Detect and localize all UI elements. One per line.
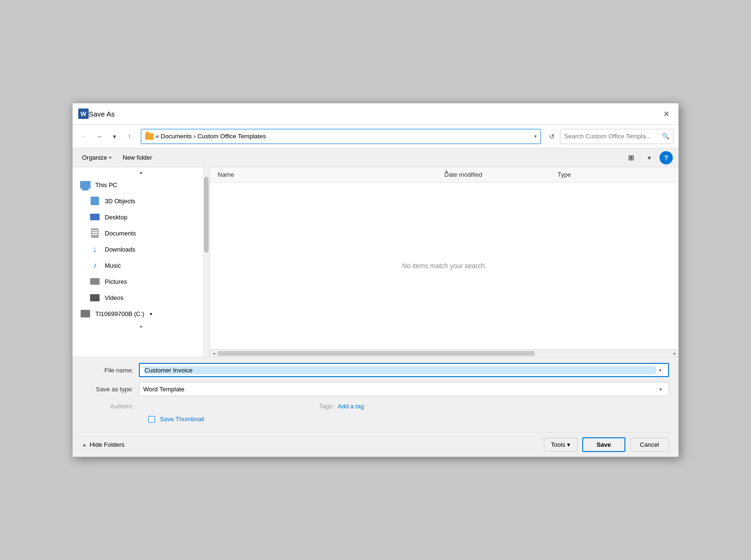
sidebar-item-videos[interactable]: Videos [73,289,210,306]
pc-icon [80,181,91,189]
sidebar-item-3d-objects[interactable]: 3D Objects [73,193,210,209]
sidebar-item-music[interactable]: ♪ Music [73,257,210,273]
new-folder-button[interactable]: New folder [119,152,156,163]
add-tag-link[interactable]: Add a tag [338,403,364,410]
scroll-down-button[interactable]: ▾ [73,322,210,331]
desktop-icon [90,213,100,221]
sidebar-item-documents[interactable]: Documents [73,225,210,241]
thumbnail-checkbox[interactable] [148,416,155,423]
h-scroll-thumb[interactable] [218,351,535,356]
documents-icon [90,229,100,237]
downloads-icon: ↓ [90,245,100,253]
sidebar-item-drive-c[interactable]: TI10699700B (C:) ▾ [73,306,210,322]
filetype-label: Save as type: [82,386,139,393]
h-scroll-track [218,350,671,357]
footer-right: Tools ▾ Save Cancel [544,437,669,452]
music-icon: ♪ [90,261,100,270]
tools-label: Tools [551,441,565,448]
filename-label: File name: [82,367,139,374]
save-as-dialog: W Save As ✕ ← → ▾ ↑ « Documents › Custom… [72,103,679,457]
column-type[interactable]: Type [558,171,671,178]
dialog-title: Save As [89,110,659,118]
sidebar-item-this-pc[interactable]: This PC [73,177,210,193]
search-icon: 🔍 [662,133,669,140]
tags-label: Tags: [319,403,334,410]
drive-dropdown-arrow[interactable]: ▾ [150,311,152,316]
new-folder-label: New folder [123,154,152,161]
help-button[interactable]: ? [659,151,673,164]
thumbnail-label[interactable]: Save Thumbnail [160,415,204,423]
close-button[interactable]: ✕ [659,107,673,120]
filename-field[interactable]: Customer Invoice ▾ [139,363,669,377]
refresh-button[interactable]: ↺ [546,130,558,143]
right-panel: ▲ Name Date modified Type No items match… [210,167,678,357]
filetype-dropdown-arrow[interactable]: ▾ [656,387,665,392]
left-panel: ▲ This PC 3D Objects Desktop [73,167,210,357]
3d-icon [90,197,100,205]
h-scroll-right-button[interactable]: ▸ [671,350,678,357]
dropdown-button[interactable]: ▾ [108,130,121,143]
hide-folders-button[interactable]: ▲ Hide Folders [82,441,125,448]
file-list-header: ▲ Name Date modified Type [210,167,678,182]
hide-folders-arrow: ▲ [82,442,87,447]
column-name[interactable]: Name [218,171,444,178]
folder-icon [145,133,154,140]
vertical-scrollbar-thumb[interactable] [204,177,209,253]
word-icon: W [78,108,89,119]
address-bar[interactable]: « Documents › Custom Office Templates ▾ [141,129,541,144]
forward-button[interactable]: → [92,130,106,143]
empty-message: No items match your search. [402,262,486,270]
save-button[interactable]: Save [582,437,625,452]
sidebar-item-pictures[interactable]: Pictures [73,273,210,289]
sidebar-item-desktop[interactable]: Desktop [73,209,210,225]
organize-button[interactable]: Organize ▾ [78,152,115,163]
file-list-empty: No items match your search. [210,182,678,349]
search-input[interactable] [564,133,662,140]
sidebar-item-downloads[interactable]: ↓ Downloads [73,241,210,257]
address-path: « Documents › Custom Office Templates [156,133,532,140]
filetype-field[interactable]: Word Template ▾ [139,382,669,396]
back-button[interactable]: ← [77,130,91,143]
up-button[interactable]: ↑ [123,130,136,143]
view-dropdown-button[interactable]: ▾ [642,151,656,164]
filename-row: File name: Customer Invoice ▾ [82,363,669,377]
filetype-row: Save as type: Word Template ▾ [82,382,669,396]
horizontal-scrollbar: ◂ ▸ [210,349,678,357]
thumbnail-row: Save Thumbnail [82,412,669,426]
h-scroll-left-button[interactable]: ◂ [210,350,218,357]
scroll-up-button[interactable]: ▲ [73,167,210,177]
footer: ▲ Hide Folders Tools ▾ Save Cancel [73,432,678,457]
column-date[interactable]: Date modified [444,171,558,178]
title-bar: W Save As ✕ [73,103,678,125]
meta-row: Authors: Tags: Add a tag [82,401,669,412]
main-area: ▲ This PC 3D Objects Desktop [73,167,678,357]
view-button[interactable]: ⊞ [623,151,639,164]
vertical-scrollbar-track [203,167,210,357]
drive-icon [80,309,91,318]
videos-icon [90,293,100,302]
tools-arrow: ▾ [567,441,570,448]
search-bar: 🔍 [560,129,674,144]
filetype-value: Word Template [143,386,656,393]
tools-button[interactable]: Tools ▾ [544,438,577,452]
filename-value: Customer Invoice [144,366,656,374]
pictures-icon [90,277,100,286]
authors-label: Authors: [82,403,139,410]
toolbar: Organize ▾ New folder ⊞ ▾ ? [73,148,678,167]
organize-label: Organize [82,154,107,161]
cancel-button[interactable]: Cancel [630,438,669,452]
navigation-bar: ← → ▾ ↑ « Documents › Custom Office Temp… [73,125,678,148]
sort-arrow: ▲ [444,168,449,173]
filename-dropdown-arrow[interactable]: ▾ [656,368,664,373]
bottom-form-area: File name: Customer Invoice ▾ Save as ty… [73,357,678,432]
organize-arrow: ▾ [109,155,111,160]
hide-folders-label: Hide Folders [90,441,125,448]
address-dropdown-arrow[interactable]: ▾ [534,134,537,139]
